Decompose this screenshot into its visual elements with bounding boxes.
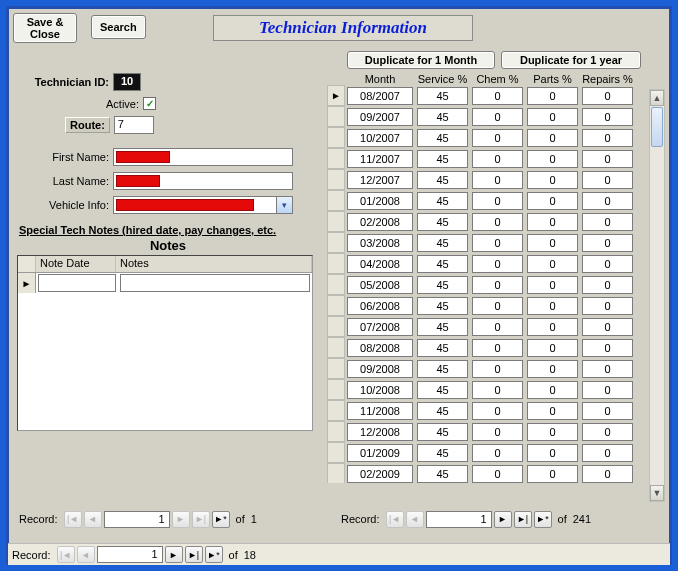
- cell-repairs[interactable]: 0: [582, 255, 633, 273]
- row-selector[interactable]: [327, 232, 345, 253]
- cell-service[interactable]: 45: [417, 318, 468, 336]
- cell-repairs[interactable]: 0: [582, 276, 633, 294]
- cell-repairs[interactable]: 0: [582, 339, 633, 357]
- cell-month[interactable]: 03/2008: [347, 234, 413, 252]
- cell-chem[interactable]: 0: [472, 444, 523, 462]
- cell-service[interactable]: 45: [417, 339, 468, 357]
- cell-service[interactable]: 45: [417, 444, 468, 462]
- cell-chem[interactable]: 0: [472, 192, 523, 210]
- cell-parts[interactable]: 0: [527, 171, 578, 189]
- cell-month[interactable]: 11/2008: [347, 402, 413, 420]
- nav-last-button[interactable]: ►|: [514, 511, 532, 528]
- cell-service[interactable]: 45: [417, 171, 468, 189]
- notes-col-date[interactable]: Note Date: [36, 256, 116, 272]
- cell-chem[interactable]: 0: [472, 87, 523, 105]
- row-selector[interactable]: [327, 379, 345, 400]
- notes-text-cell[interactable]: [120, 274, 310, 292]
- cell-repairs[interactable]: 0: [582, 213, 633, 231]
- cell-month[interactable]: 10/2008: [347, 381, 413, 399]
- nav-prev-button[interactable]: ◄: [77, 546, 95, 563]
- cell-chem[interactable]: 0: [472, 255, 523, 273]
- cell-service[interactable]: 45: [417, 402, 468, 420]
- row-selector[interactable]: [327, 148, 345, 169]
- cell-repairs[interactable]: 0: [582, 192, 633, 210]
- nav-first-button[interactable]: |◄: [57, 546, 75, 563]
- notes-col-notes[interactable]: Notes: [116, 256, 312, 272]
- cell-service[interactable]: 45: [417, 213, 468, 231]
- cell-month[interactable]: 10/2007: [347, 129, 413, 147]
- cell-repairs[interactable]: 0: [582, 381, 633, 399]
- cell-parts[interactable]: 0: [527, 339, 578, 357]
- row-selector[interactable]: [327, 253, 345, 274]
- search-button[interactable]: Search: [91, 15, 146, 39]
- row-selector[interactable]: [327, 211, 345, 232]
- cell-parts[interactable]: 0: [527, 297, 578, 315]
- col-repairs[interactable]: Repairs %: [580, 73, 635, 85]
- cell-repairs[interactable]: 0: [582, 318, 633, 336]
- vehicle-info-dropdown[interactable]: ▾: [276, 196, 293, 214]
- cell-parts[interactable]: 0: [527, 192, 578, 210]
- nav-new-button[interactable]: ►*: [534, 511, 552, 528]
- row-selector[interactable]: [327, 190, 345, 211]
- cell-month[interactable]: 09/2007: [347, 108, 413, 126]
- cell-chem[interactable]: 0: [472, 171, 523, 189]
- cell-month[interactable]: 11/2007: [347, 150, 413, 168]
- cell-chem[interactable]: 0: [472, 360, 523, 378]
- nav-new-button[interactable]: ►*: [205, 546, 223, 563]
- cell-chem[interactable]: 0: [472, 339, 523, 357]
- cell-service[interactable]: 45: [417, 360, 468, 378]
- cell-month[interactable]: 08/2007: [347, 87, 413, 105]
- cell-month[interactable]: 07/2008: [347, 318, 413, 336]
- nav-current-field[interactable]: 1: [426, 511, 492, 528]
- cell-repairs[interactable]: 0: [582, 171, 633, 189]
- col-service[interactable]: Service %: [415, 73, 470, 85]
- duplicate-month-button[interactable]: Duplicate for 1 Month: [347, 51, 495, 69]
- cell-chem[interactable]: 0: [472, 423, 523, 441]
- cell-month[interactable]: 01/2009: [347, 444, 413, 462]
- cell-service[interactable]: 45: [417, 423, 468, 441]
- cell-parts[interactable]: 0: [527, 465, 578, 483]
- cell-service[interactable]: 45: [417, 87, 468, 105]
- cell-parts[interactable]: 0: [527, 150, 578, 168]
- row-selector[interactable]: ►: [327, 85, 345, 106]
- cell-chem[interactable]: 0: [472, 381, 523, 399]
- vehicle-info-field[interactable]: [113, 196, 277, 214]
- cell-repairs[interactable]: 0: [582, 444, 633, 462]
- cell-parts[interactable]: 0: [527, 87, 578, 105]
- notes-row-selector[interactable]: ►: [18, 273, 36, 293]
- col-month[interactable]: Month: [345, 73, 415, 85]
- cell-repairs[interactable]: 0: [582, 360, 633, 378]
- cell-month[interactable]: 12/2008: [347, 423, 413, 441]
- cell-parts[interactable]: 0: [527, 276, 578, 294]
- cell-chem[interactable]: 0: [472, 150, 523, 168]
- cell-parts[interactable]: 0: [527, 423, 578, 441]
- row-selector[interactable]: [327, 106, 345, 127]
- duplicate-year-button[interactable]: Duplicate for 1 year: [501, 51, 641, 69]
- notes-select-all[interactable]: [18, 256, 36, 272]
- active-checkbox[interactable]: ✓: [143, 97, 156, 110]
- cell-repairs[interactable]: 0: [582, 234, 633, 252]
- cell-chem[interactable]: 0: [472, 213, 523, 231]
- cell-chem[interactable]: 0: [472, 465, 523, 483]
- cell-repairs[interactable]: 0: [582, 108, 633, 126]
- grid-scrollbar[interactable]: ▲ ▼: [649, 89, 665, 502]
- cell-repairs[interactable]: 0: [582, 423, 633, 441]
- cell-service[interactable]: 45: [417, 129, 468, 147]
- cell-service[interactable]: 45: [417, 297, 468, 315]
- row-selector[interactable]: [327, 274, 345, 295]
- cell-month[interactable]: 02/2008: [347, 213, 413, 231]
- nav-current-field[interactable]: 1: [104, 511, 170, 528]
- nav-next-button[interactable]: ►: [494, 511, 512, 528]
- cell-chem[interactable]: 0: [472, 318, 523, 336]
- cell-month[interactable]: 05/2008: [347, 276, 413, 294]
- scroll-up-button[interactable]: ▲: [650, 90, 664, 106]
- save-close-button[interactable]: Save & Close: [13, 13, 77, 43]
- row-selector[interactable]: [327, 358, 345, 379]
- cell-repairs[interactable]: 0: [582, 402, 633, 420]
- cell-month[interactable]: 02/2009: [347, 465, 413, 483]
- scroll-thumb[interactable]: [651, 107, 663, 147]
- cell-chem[interactable]: 0: [472, 234, 523, 252]
- cell-parts[interactable]: 0: [527, 444, 578, 462]
- cell-month[interactable]: 09/2008: [347, 360, 413, 378]
- row-selector[interactable]: [327, 442, 345, 463]
